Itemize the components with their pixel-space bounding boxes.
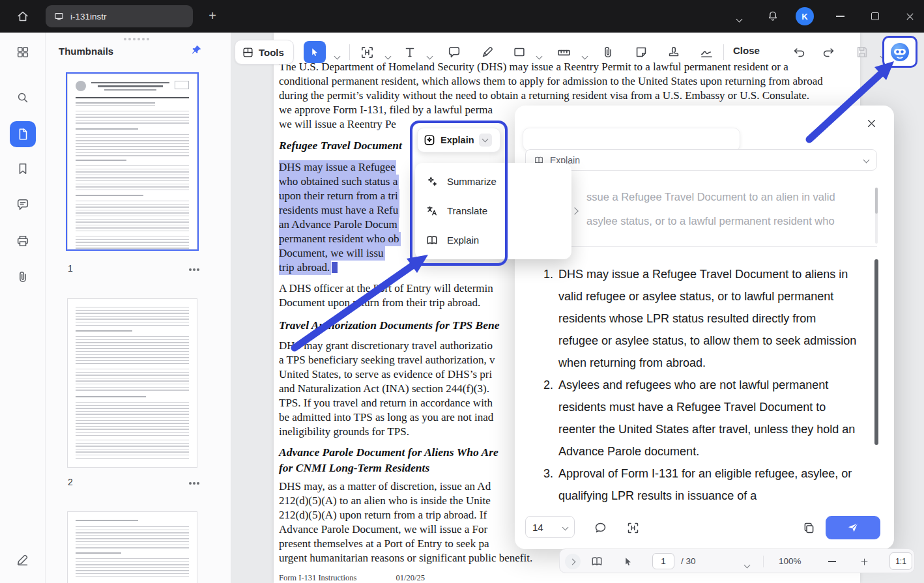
paper-plane-icon	[846, 521, 859, 534]
ai-response-list: DHS may issue a Refugee Travel Document …	[542, 263, 859, 507]
comments-icon[interactable]	[15, 197, 31, 212]
ai-robot-icon	[889, 41, 911, 63]
window-maximize-button[interactable]	[871, 12, 879, 20]
more-options-icon[interactable]	[189, 482, 192, 485]
panel-close-icon[interactable]	[863, 115, 880, 132]
cursor-mode-icon[interactable]	[621, 554, 635, 569]
panel-header-tab[interactable]	[523, 128, 740, 151]
close-tools-button[interactable]: Close	[733, 45, 760, 56]
app-window: The U.S. Department of Homeland Security…	[0, 0, 924, 583]
apps-grid-icon[interactable]	[15, 44, 31, 60]
menu-item-explain[interactable]: Explain	[415, 225, 571, 255]
quote-bubble-icon[interactable]	[593, 520, 607, 535]
ai-response-item: Approval of Form I-131 for an eligible r…	[556, 462, 859, 507]
expand-quote-icon[interactable]	[572, 205, 577, 216]
redo-icon[interactable]	[820, 44, 836, 60]
document-tab[interactable]: i-131instr	[46, 5, 193, 27]
doc-selected-text: DHS may issue a Refugee who obtained suc…	[279, 160, 401, 275]
undo-icon[interactable]	[792, 44, 807, 60]
doc-heading-refugee: Refugee Travel Document	[279, 138, 402, 152]
search-icon[interactable]	[15, 90, 31, 106]
snip-icon[interactable]	[626, 520, 640, 535]
stamp-tool-icon[interactable]	[666, 44, 682, 60]
chevron-down-icon	[863, 157, 870, 164]
ai-assistant-button[interactable]	[882, 36, 917, 68]
toolbar: Tools	[231, 33, 924, 72]
measure-tool-icon[interactable]	[556, 44, 571, 60]
reading-mode-icon[interactable]	[590, 554, 604, 569]
new-tab-button[interactable]: +	[205, 8, 220, 23]
quoted-source-text: ssue a Refugee Travel Document to an ali…	[586, 185, 871, 233]
doc-paragraph-3: DHS may grant discretionary travel autho…	[279, 339, 495, 439]
shape-tool-icon[interactable]	[512, 44, 527, 60]
select-tool-button[interactable]	[304, 41, 326, 63]
comment-tool-icon[interactable]	[446, 44, 462, 60]
open-book-icon	[426, 234, 439, 247]
ai-actions-menu: Summarize Translate Explain	[415, 163, 571, 259]
pen-tool-icon[interactable]	[480, 44, 495, 60]
ai-sparkle-square-icon	[423, 134, 436, 147]
selection-end-handle[interactable]	[332, 262, 338, 273]
tab-title: i-131instr	[70, 12, 107, 21]
signature-pen-icon[interactable]	[15, 552, 31, 567]
page-chevron-icon[interactable]	[740, 558, 754, 572]
text-tool-icon[interactable]	[402, 44, 418, 60]
user-avatar[interactable]: K	[796, 7, 814, 25]
pin-icon[interactable]	[190, 44, 203, 59]
page-number-input[interactable]	[652, 553, 674, 569]
print-icon[interactable]	[15, 233, 31, 249]
titlebar: i-131instr + K	[0, 0, 924, 33]
actual-size-button[interactable]: 1:1	[889, 552, 912, 570]
font-size-select[interactable]: 14	[525, 516, 575, 538]
home-icon[interactable]	[15, 8, 31, 24]
collapse-bar-icon[interactable]	[565, 554, 581, 569]
chevron-down-icon[interactable]	[731, 11, 747, 27]
doc-paragraph-4: DHS may, as a matter of discretion, issu…	[279, 479, 532, 565]
bookmarks-icon[interactable]	[15, 161, 31, 177]
explain-quick-button[interactable]: Explain	[417, 128, 500, 152]
sparkles-icon	[426, 175, 439, 188]
response-scrollbar[interactable]	[874, 255, 878, 507]
window-close-button[interactable]	[902, 8, 917, 24]
measure-tool-chevron-icon[interactable]	[577, 48, 592, 64]
page-thumbnail-1[interactable]	[67, 74, 197, 249]
tools-button[interactable]: Tools	[235, 40, 294, 64]
signature-tool-icon[interactable]	[699, 44, 714, 60]
screenshot-tool-chevron-icon[interactable]	[380, 48, 396, 64]
send-button[interactable]	[826, 516, 880, 539]
select-tool-chevron-icon[interactable]	[329, 48, 345, 64]
zoom-level-label: 100%	[779, 556, 801, 566]
screenshot-tool-icon[interactable]	[359, 44, 375, 60]
more-options-icon[interactable]	[189, 268, 192, 271]
text-tool-chevron-icon[interactable]	[422, 48, 437, 64]
zoom-out-icon[interactable]	[828, 561, 836, 562]
menu-item-translate[interactable]: Translate	[415, 196, 571, 225]
menu-item-summarize[interactable]: Summarize	[415, 167, 571, 196]
doc-heading-tps: Travel Authorization Documents for TPS B…	[279, 318, 500, 332]
doc-heading-advance-parole: Advance Parole Document for Aliens Who A…	[279, 444, 498, 476]
zoom-in-icon[interactable]	[857, 554, 871, 569]
sticker-tool-icon[interactable]	[633, 44, 649, 60]
window-minimize-button[interactable]	[836, 16, 845, 17]
save-icon[interactable]	[854, 44, 870, 60]
doc-paragraph-2: A DHS officer at the Port of Entry will …	[279, 281, 493, 310]
page-thumbnail-2[interactable]	[67, 298, 197, 468]
chevron-down-icon	[562, 524, 569, 530]
thumbnails-panel-icon[interactable]	[10, 121, 36, 147]
monitor-icon	[53, 11, 65, 22]
quote-scrollbar[interactable]	[875, 188, 878, 244]
shape-tool-chevron-icon[interactable]	[531, 48, 547, 64]
copy-icon[interactable]	[801, 520, 816, 535]
ai-assistant-panel: Explain ssue a Refugee Travel Document t…	[515, 106, 894, 549]
notifications-bell-icon[interactable]	[765, 8, 781, 24]
chevron-down-icon[interactable]	[479, 134, 492, 147]
panel-drag-handle[interactable]	[124, 38, 126, 40]
attach-tool-icon[interactable]	[600, 44, 616, 60]
ai-response-item: DHS may issue a Refugee Travel Document …	[556, 263, 859, 374]
page-number-label: 2	[68, 477, 73, 487]
attachments-icon[interactable]	[15, 269, 31, 285]
thumbnails-panel: Thumbnails	[46, 33, 231, 583]
page-thumbnail-3[interactable]	[67, 511, 197, 583]
panel-title: Thumbnails	[59, 46, 113, 57]
explain-mode-selector[interactable]: Explain	[525, 149, 877, 171]
